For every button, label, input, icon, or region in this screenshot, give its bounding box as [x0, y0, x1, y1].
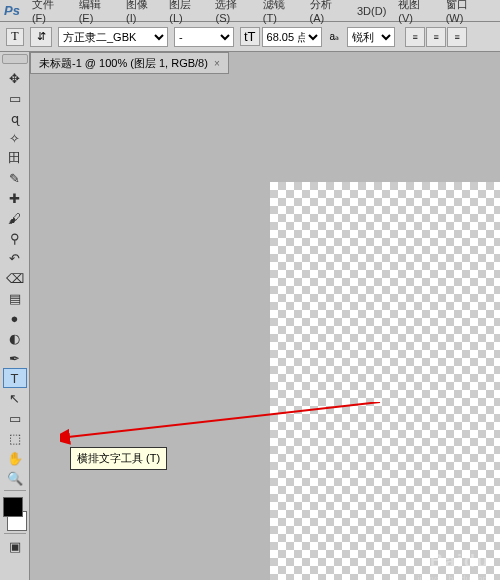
tool-tooltip: 横排文字工具 (T) [70, 447, 167, 470]
align-left-button[interactable]: ≡ [405, 27, 425, 47]
toolbox: ✥ ▭ ɋ ✧ ⽥ ✎ ✚ 🖌 ⚲ ↶ ⌫ ▤ ● ◐ ✒ T ↖ ▭ ⬚ ✋ … [0, 52, 30, 580]
brush-tool[interactable]: 🖌 [3, 208, 27, 228]
document-tab-label: 未标题-1 @ 100% (图层 1, RGB/8) [39, 56, 208, 71]
main-area: ✥ ▭ ɋ ✧ ⽥ ✎ ✚ 🖌 ⚲ ↶ ⌫ ▤ ● ◐ ✒ T ↖ ▭ ⬚ ✋ … [0, 52, 500, 580]
text-orientation-button[interactable]: ⇵ [30, 27, 52, 47]
options-bar: T ⇵ 方正隶二_GBK - tT 68.05 点 aₐ 锐利 ≡ ≡ ≡ [0, 22, 500, 52]
font-style-select[interactable]: - [174, 27, 234, 47]
stamp-tool[interactable]: ⚲ [3, 228, 27, 248]
text-align-group: ≡ ≡ ≡ [405, 27, 467, 47]
document-tab[interactable]: 未标题-1 @ 100% (图层 1, RGB/8) × [30, 52, 229, 74]
type-tool[interactable]: T [3, 368, 27, 388]
menu-3d[interactable]: 3D(D) [357, 5, 386, 17]
align-center-button[interactable]: ≡ [426, 27, 446, 47]
antialias-icon: aₐ [328, 29, 342, 44]
menu-view[interactable]: 视图(V) [398, 0, 433, 24]
foreground-color[interactable] [3, 497, 23, 517]
current-tool-icon[interactable]: T [6, 28, 24, 46]
healing-tool[interactable]: ✚ [3, 188, 27, 208]
menu-select[interactable]: 选择(S) [215, 0, 250, 24]
watermark: Baidu [430, 551, 490, 572]
move-tool[interactable]: ✥ [3, 68, 27, 88]
3d-tool[interactable]: ⬚ [3, 428, 27, 448]
antialias-select[interactable]: 锐利 [347, 27, 395, 47]
menu-image[interactable]: 图像(I) [126, 0, 157, 24]
crop-tool[interactable]: ⽥ [3, 148, 27, 168]
document-canvas[interactable] [270, 182, 500, 580]
canvas-area: 未标题-1 @ 100% (图层 1, RGB/8) × 横排文字工具 (T) … [30, 52, 500, 580]
eraser-tool[interactable]: ⌫ [3, 268, 27, 288]
close-icon[interactable]: × [214, 58, 220, 69]
hand-tool[interactable]: ✋ [3, 448, 27, 468]
font-family-select[interactable]: 方正隶二_GBK [58, 27, 168, 47]
menu-bar: Ps 文件(F) 编辑(E) 图像(I) 图层(L) 选择(S) 滤镜(T) 分… [0, 0, 500, 22]
screen-mode-button[interactable]: ▣ [3, 536, 27, 556]
watermark-sub: jingyan.baidu.com [417, 574, 490, 580]
menu-edit[interactable]: 编辑(E) [79, 0, 114, 24]
font-size-icon: tT [240, 27, 260, 46]
eyedropper-tool[interactable]: ✎ [3, 168, 27, 188]
menu-window[interactable]: 窗口(W) [446, 0, 484, 24]
dodge-tool[interactable]: ◐ [3, 328, 27, 348]
lasso-tool[interactable]: ɋ [3, 108, 27, 128]
toolbox-grip[interactable] [2, 54, 28, 64]
blur-tool[interactable]: ● [3, 308, 27, 328]
shape-tool[interactable]: ▭ [3, 408, 27, 428]
marquee-tool[interactable]: ▭ [3, 88, 27, 108]
toolbox-separator-2 [4, 533, 26, 534]
gradient-tool[interactable]: ▤ [3, 288, 27, 308]
font-size-group: tT 68.05 点 [240, 27, 322, 47]
toolbox-separator [4, 490, 26, 491]
align-right-button[interactable]: ≡ [447, 27, 467, 47]
history-brush-tool[interactable]: ↶ [3, 248, 27, 268]
zoom-tool[interactable]: 🔍 [3, 468, 27, 488]
magic-wand-tool[interactable]: ✧ [3, 128, 27, 148]
path-selection-tool[interactable]: ↖ [3, 388, 27, 408]
pen-tool[interactable]: ✒ [3, 348, 27, 368]
menu-layer[interactable]: 图层(L) [169, 0, 203, 24]
menu-file[interactable]: 文件(F) [32, 0, 67, 24]
menu-filter[interactable]: 滤镜(T) [263, 0, 298, 24]
app-logo: Ps [4, 3, 20, 18]
font-size-select[interactable]: 68.05 点 [262, 27, 322, 47]
menu-analysis[interactable]: 分析(A) [310, 0, 345, 24]
